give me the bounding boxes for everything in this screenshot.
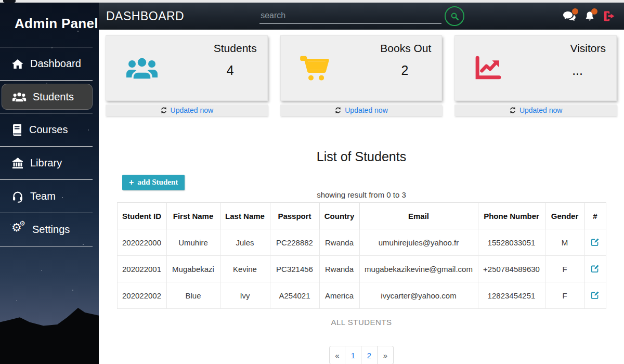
cell-passport: PC228882 — [270, 229, 319, 256]
mountain-silhouette — [0, 304, 99, 364]
search-button[interactable] — [445, 6, 464, 26]
search-icon — [450, 11, 460, 21]
stat-cards: Students 4 Updated now — [99, 30, 624, 116]
table-header-row: Student ID First Name Last Name Passport… — [117, 203, 606, 229]
cell-passport: A254021 — [270, 282, 319, 309]
messages-icon[interactable] — [563, 10, 576, 22]
topbar: DASHBOARD — [99, 3, 624, 30]
col-header: Student ID — [117, 203, 166, 229]
cell-email: umuhirejules@yahoo.fr — [359, 229, 478, 256]
col-header: Country — [319, 203, 359, 229]
students-card[interactable]: Students 4 — [106, 35, 268, 101]
sidebar: Admin Panel Dashboard Students — [0, 0, 99, 364]
cell-first-name: Umuhire — [166, 229, 220, 256]
col-header: Phone Number — [478, 203, 545, 229]
pagination-prev[interactable]: « — [329, 346, 345, 364]
students-card-block: Students 4 Updated now — [106, 35, 268, 116]
cell-last-name: Ivy — [220, 282, 270, 309]
cell-email: mugabekazikevine@gmail.com — [359, 256, 478, 282]
notification-badge — [572, 8, 578, 15]
sidebar-item-label: Settings — [32, 224, 70, 236]
edit-icon[interactable] — [584, 282, 606, 309]
main-content: Students 4 Updated now — [99, 30, 624, 364]
refresh-icon — [509, 107, 516, 114]
card-title: Books Out — [354, 42, 432, 55]
bell-icon[interactable] — [584, 10, 595, 22]
gears-icon: ⚙⚙ — [11, 223, 26, 237]
refresh-icon — [334, 107, 342, 114]
cell-country: Rwanda — [319, 256, 359, 282]
sidebar-item-students[interactable]: Students — [2, 84, 93, 110]
cell-first-name: Mugabekazi — [166, 256, 220, 282]
visitors-card[interactable]: Visitors ... — [454, 35, 617, 101]
table-row: 202022002 Blue Ivy A254021 America ivyca… — [117, 282, 606, 309]
users-icon — [12, 92, 27, 102]
notification-badge — [591, 8, 597, 15]
sidebar-item-label: Dashboard — [30, 58, 81, 70]
cell-student-id: 202022000 — [117, 229, 166, 256]
all-students-label: ALL STUDENTS — [99, 318, 624, 327]
browser-artifact — [3, 0, 16, 3]
edit-icon[interactable] — [584, 256, 606, 282]
divider — [0, 213, 93, 213]
cell-country: America — [319, 282, 359, 309]
card-title: Visitors — [528, 42, 606, 55]
sidebar-item-label: Team — [30, 190, 56, 202]
table-row: 202022000 Umuhire Jules PC228882 Rwanda … — [117, 229, 606, 256]
pagination-page-2[interactable]: 2 — [361, 346, 378, 364]
cell-student-id: 202022002 — [117, 282, 166, 309]
updated-label: Updated now — [345, 106, 388, 114]
col-header: First Name — [166, 203, 220, 229]
updated-label: Updated now — [519, 106, 563, 114]
divider — [0, 246, 93, 246]
sidebar-item-library[interactable]: Library — [0, 147, 99, 179]
page-title: DASHBOARD — [99, 9, 184, 23]
cart-icon — [281, 36, 354, 100]
pagination: « 1 2 » — [99, 346, 624, 364]
divider — [0, 146, 93, 147]
sidebar-item-settings[interactable]: ⚙⚙ Settings — [0, 213, 99, 246]
cell-gender: F — [545, 282, 584, 309]
library-icon — [11, 157, 24, 170]
cell-passport: PC321456 — [270, 256, 319, 282]
cell-gender: M — [545, 229, 584, 256]
users-icon — [106, 36, 179, 100]
sidebar-nav: Dashboard Students — [0, 47, 99, 246]
cell-phone: 12823454251 — [478, 282, 545, 309]
cell-last-name: Jules — [220, 229, 270, 256]
add-student-button[interactable]: + add Student — [122, 175, 185, 190]
students-table: Student ID First Name Last Name Passport… — [117, 202, 606, 309]
sidebar-item-label: Courses — [29, 124, 68, 136]
sidebar-item-team[interactable]: Team — [0, 180, 99, 213]
refresh-icon — [160, 107, 167, 114]
edit-icon[interactable] — [584, 229, 606, 256]
pagination-page-1[interactable]: 1 — [345, 346, 361, 364]
card-updated-link[interactable]: Updated now — [454, 105, 617, 116]
cell-phone: 15528033051 — [478, 229, 545, 256]
search-input[interactable] — [259, 9, 441, 24]
col-header: Last Name — [220, 203, 270, 229]
logout-icon[interactable] — [603, 10, 616, 22]
plus-icon: + — [129, 179, 134, 186]
card-title: Students — [179, 42, 257, 55]
sidebar-item-dashboard[interactable]: Dashboard — [0, 47, 99, 80]
books-out-card[interactable]: Books Out 2 — [280, 35, 443, 101]
books-card-block: Books Out 2 Updated now — [280, 35, 443, 116]
chart-line-icon — [455, 36, 528, 100]
add-student-label: add Student — [137, 178, 178, 187]
browser-strip — [0, 0, 624, 3]
card-value: 2 — [354, 63, 432, 78]
pagination-next[interactable]: » — [378, 346, 394, 364]
updated-label: Updated now — [171, 106, 214, 114]
headset-icon — [11, 190, 24, 203]
book-icon — [11, 124, 23, 136]
col-header: # — [584, 203, 606, 229]
sidebar-item-label: Library — [30, 157, 62, 169]
cell-phone: +250784589630 — [478, 256, 545, 282]
col-header: Passport — [270, 203, 319, 229]
table-row: 202022001 Mugabekazi Kevine PC321456 Rwa… — [117, 256, 606, 282]
card-updated-link[interactable]: Updated now — [280, 105, 443, 116]
sidebar-item-courses[interactable]: Courses — [0, 113, 99, 146]
card-updated-link[interactable]: Updated now — [106, 105, 268, 116]
topbar-icons — [563, 10, 624, 22]
